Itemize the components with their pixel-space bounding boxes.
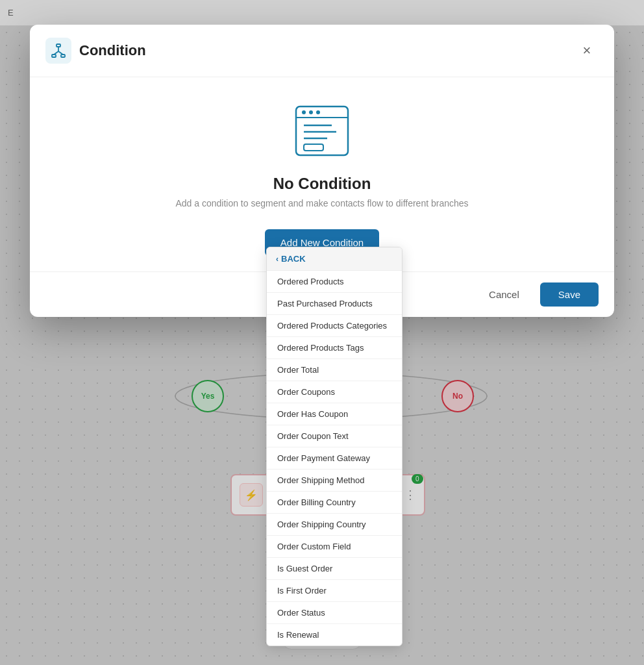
dropdown-item[interactable]: Order Custom Field	[267, 536, 402, 558]
dropdown-item[interactable]: Ordered Products	[267, 271, 402, 293]
cancel-button[interactable]: Cancel	[476, 282, 532, 307]
dropdown-item[interactable]: Order Coupons	[267, 381, 402, 403]
modal-header: Condition ×	[30, 25, 614, 77]
dropdown-item[interactable]: Order Payment Gateway	[267, 447, 402, 470]
condition-dropdown: ‹ BACK Ordered ProductsPast Purchased Pr…	[266, 247, 402, 646]
dropdown-back-button[interactable]: ‹ BACK	[267, 247, 402, 271]
dropdown-item[interactable]: Ordered Products Tags	[267, 337, 402, 359]
svg-rect-1	[56, 44, 60, 47]
modal-title: Condition	[79, 42, 146, 59]
dropdown-item[interactable]: Order Shipping Country	[267, 514, 402, 536]
dropdown-item[interactable]: Order Total	[267, 359, 402, 381]
dropdown-item[interactable]: Order Billing Country	[267, 492, 402, 514]
svg-rect-3	[61, 55, 65, 57]
save-button[interactable]: Save	[540, 282, 599, 307]
dropdown-item[interactable]: Past Purchased Products	[267, 293, 402, 315]
svg-point-11	[316, 110, 320, 114]
back-label: BACK	[281, 254, 306, 264]
svg-line-6	[58, 51, 63, 55]
dropdown-item[interactable]: Is Renewal	[267, 624, 402, 646]
dropdown-items-list: Ordered ProductsPast Purchased ProductsO…	[267, 271, 402, 646]
modal-body: No Condition Add a condition to segment …	[30, 77, 614, 271]
dropdown-item[interactable]: Is First Order	[267, 580, 402, 602]
no-condition-subtitle: Add a condition to segment and make cont…	[175, 198, 468, 208]
svg-point-9	[302, 110, 306, 114]
modal-close-button[interactable]: ×	[575, 39, 599, 62]
svg-rect-15	[304, 144, 323, 151]
svg-line-5	[54, 51, 58, 55]
back-arrow-icon: ‹	[276, 255, 279, 264]
dropdown-item[interactable]: Order Has Coupon	[267, 403, 402, 425]
no-condition-illustration	[290, 103, 354, 162]
dropdown-item[interactable]: Order Shipping Method	[267, 470, 402, 492]
modal-header-icon	[45, 38, 71, 64]
dropdown-item[interactable]: Order Status	[267, 602, 402, 624]
dropdown-item[interactable]: Order Coupon Text	[267, 425, 402, 447]
svg-point-10	[309, 110, 313, 114]
no-condition-title: No Condition	[273, 175, 371, 193]
dropdown-item[interactable]: Ordered Products Categories	[267, 315, 402, 337]
dropdown-item[interactable]: Is Guest Order	[267, 558, 402, 580]
svg-rect-2	[52, 55, 56, 57]
